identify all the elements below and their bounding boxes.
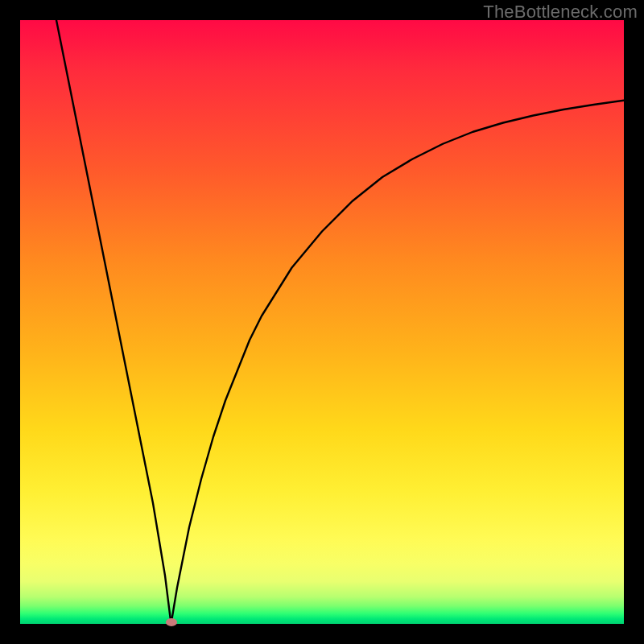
- chart-stage: TheBottleneck.com: [0, 0, 644, 644]
- bottleneck-curve: [20, 20, 624, 624]
- minimum-marker: [166, 618, 177, 626]
- watermark-text: TheBottleneck.com: [483, 2, 638, 23]
- chart-plot-area: [20, 20, 624, 624]
